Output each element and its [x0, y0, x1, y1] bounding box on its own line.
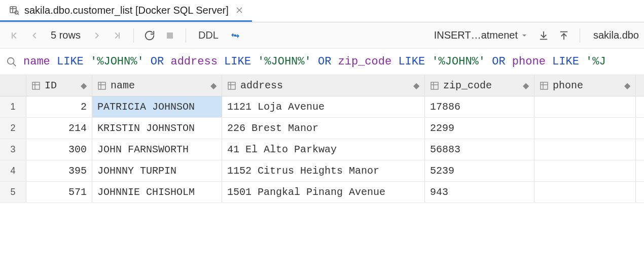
column-icon — [540, 81, 549, 90]
column-label: address — [240, 80, 283, 91]
close-icon[interactable] — [234, 6, 245, 15]
row-number[interactable]: 2 — [0, 118, 26, 139]
row-number[interactable]: 4 — [0, 160, 26, 181]
svg-rect-7 — [167, 32, 173, 39]
cell-phone[interactable] — [534, 160, 636, 181]
token-keyword: LIKE — [552, 55, 579, 68]
cell-ID[interactable]: 300 — [26, 139, 92, 160]
cell-zip_code[interactable]: 17886 — [425, 96, 534, 117]
first-page-button[interactable] — [5, 27, 22, 44]
token-keyword: LIKE — [224, 55, 251, 68]
toolbar: 5 rows DDL INSERT…atmenet — [0, 22, 644, 49]
token-string: '%JOHN%' — [432, 55, 485, 68]
separator — [133, 28, 134, 43]
breadcrumb[interactable]: sakila.dbo — [587, 29, 639, 41]
token-identifier: name — [23, 55, 50, 68]
sort-icon: ◆ — [413, 81, 419, 90]
cell-zip_code[interactable]: 943 — [425, 182, 534, 203]
transpose-button[interactable] — [227, 27, 244, 44]
cell-name[interactable]: JOHNNIE CHISHOLM — [92, 182, 222, 203]
column-icon — [430, 81, 439, 90]
refresh-button[interactable] — [141, 27, 158, 44]
header-row: ID ◆ name ◆ address ◆ zip_code ◆ — [0, 75, 644, 96]
next-page-button[interactable] — [89, 27, 106, 44]
cell-name[interactable]: PATRICIA JOHNSON — [92, 96, 222, 117]
column-header-address[interactable]: address ◆ — [222, 75, 425, 96]
token-keyword: LIKE — [57, 55, 84, 68]
svg-rect-26 — [541, 82, 548, 89]
sort-icon: ◆ — [81, 81, 87, 90]
cell-name[interactable]: KRISTIN JOHNSTON — [92, 118, 222, 139]
table-row[interactable]: 2214KRISTIN JOHNSTON226 Brest Manor2299 — [0, 118, 644, 139]
cell-address[interactable]: 1121 Loja Avenue — [222, 96, 425, 117]
sort-icon: ◆ — [210, 81, 217, 90]
filter-input[interactable]: name LIKE '%JOHN%' OR address LIKE '%JOH… — [23, 55, 606, 68]
svg-line-13 — [13, 63, 16, 66]
cell-address[interactable]: 1152 Citrus Heights Manor — [222, 160, 425, 181]
ddl-button[interactable]: DDL — [193, 29, 224, 41]
row-number[interactable]: 3 — [0, 139, 26, 160]
table-row[interactable]: 5571JOHNNIE CHISHOLM1501 Pangkal Pinang … — [0, 182, 644, 203]
gutter-header[interactable] — [0, 75, 26, 96]
column-icon — [227, 81, 236, 90]
cell-phone[interactable] — [534, 96, 636, 117]
cell-ID[interactable]: 571 — [26, 182, 92, 203]
cell-name[interactable]: JOHN FARNSWORTH — [92, 139, 222, 160]
svg-point-12 — [8, 57, 14, 64]
column-icon — [31, 81, 41, 90]
prev-page-button[interactable] — [25, 27, 43, 44]
svg-rect-20 — [228, 82, 235, 89]
table-row[interactable]: 4395JOHNNY TURPIN1152 Citrus Heights Man… — [0, 160, 644, 182]
cell-zip_code[interactable]: 5239 — [425, 160, 534, 181]
cell-name[interactable]: JOHNNY TURPIN — [92, 160, 222, 181]
cell-address[interactable]: 1501 Pangkal Pinang Avenue — [222, 182, 425, 203]
table-view-icon — [9, 5, 19, 15]
tab-bar: sakila.dbo.customer_list [Docker SQL Ser… — [0, 0, 644, 22]
row-number[interactable]: 1 — [0, 96, 26, 117]
cell-ID[interactable]: 214 — [26, 118, 92, 139]
token-identifier: phone — [512, 55, 546, 68]
token-identifier: zip_code — [338, 55, 392, 68]
separator — [580, 28, 580, 43]
row-number[interactable]: 5 — [0, 182, 26, 203]
cell-zip_code[interactable]: 2299 — [425, 118, 534, 139]
sort-icon: ◆ — [523, 81, 529, 90]
tab-active[interactable]: sakila.dbo.customer_list [Docker SQL Ser… — [0, 0, 252, 22]
cell-phone[interactable] — [534, 139, 636, 160]
search-icon[interactable] — [6, 56, 17, 68]
cell-ID[interactable]: 395 — [26, 160, 92, 181]
separator — [186, 28, 186, 43]
tx-mode-label: INSERT…atmenet — [434, 29, 518, 41]
last-page-button[interactable] — [109, 27, 126, 44]
export-button[interactable] — [555, 27, 573, 44]
svg-rect-17 — [98, 82, 105, 89]
cell-ID[interactable]: 2 — [26, 96, 92, 117]
column-header-phone[interactable]: phone ◆ — [534, 75, 636, 96]
column-icon — [97, 81, 106, 90]
cell-zip_code[interactable]: 56883 — [425, 139, 534, 160]
sort-icon: ◆ — [624, 81, 630, 90]
table-row[interactable]: 3300JOHN FARNSWORTH41 El Alto Parkway568… — [0, 139, 644, 160]
rows-count-label[interactable]: 5 rows — [46, 29, 86, 41]
svg-rect-23 — [431, 82, 438, 89]
table-row[interactable]: 12PATRICIA JOHNSON1121 Loja Avenue17886 — [0, 96, 644, 118]
stop-button[interactable] — [161, 27, 178, 44]
cell-phone[interactable] — [534, 182, 636, 203]
import-button[interactable] — [535, 27, 552, 44]
column-header-id[interactable]: ID ◆ — [26, 75, 92, 96]
svg-line-4 — [18, 14, 19, 15]
token-keyword: OR — [151, 55, 164, 68]
column-header-name[interactable]: name ◆ — [92, 75, 222, 96]
token-string: '%J — [586, 55, 606, 68]
column-label: phone — [553, 80, 583, 91]
cell-address[interactable]: 226 Brest Manor — [222, 118, 425, 139]
cell-phone[interactable] — [534, 118, 636, 139]
cell-address[interactable]: 41 El Alto Parkway — [222, 139, 425, 160]
token-keyword: OR — [318, 55, 331, 68]
tab-title: sakila.dbo.customer_list [Docker SQL Ser… — [24, 5, 229, 16]
column-header-zip[interactable]: zip_code ◆ — [425, 75, 534, 96]
token-keyword: LIKE — [398, 55, 425, 68]
svg-rect-14 — [32, 82, 40, 89]
tx-mode-dropdown[interactable]: INSERT…atmenet — [430, 29, 532, 41]
token-string: '%JOHN%' — [258, 55, 311, 68]
